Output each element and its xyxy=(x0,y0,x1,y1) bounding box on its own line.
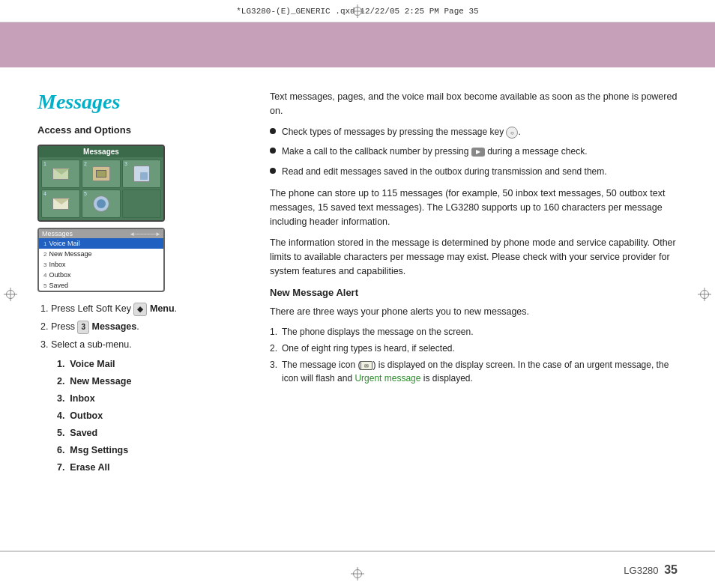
phone-top-header: Messages xyxy=(39,146,163,157)
sub-step-7: 7. Erase All xyxy=(57,460,247,475)
step-3: Select a sub-menu. 1. Voice Mail 2. New … xyxy=(51,337,247,475)
section-title: Messages xyxy=(37,90,247,114)
alert-items-list: 1. The phone displays the message on the… xyxy=(270,325,678,385)
phone-menu-header-label: Messages xyxy=(42,230,73,237)
envelope-inline-icon: ✉ xyxy=(360,361,372,370)
menu-item-newmessage: 2 New Message xyxy=(39,249,163,259)
access-options-title: Access and Options xyxy=(37,124,247,136)
step-1: Press Left Soft Key ◆ Menu. xyxy=(51,301,247,316)
print-header: *LG3280-(E)_GENERIC .qxd 12/22/05 2:25 P… xyxy=(0,0,715,22)
phone-grid-cell-1: 1 xyxy=(41,160,80,188)
alert-item-2: 2. One of eight ring types is heard, if … xyxy=(270,342,678,355)
phone-screen-bottom: Messages ◄──────► 1 Voice Mail 2 New Mes… xyxy=(37,228,165,292)
phone-grid-cell-4: 4 xyxy=(41,190,80,218)
sub-step-2: 2. New Message xyxy=(57,374,247,389)
icon-3 xyxy=(133,166,150,182)
bullet-list: Check types of messages by pressing the … xyxy=(270,125,678,179)
menu-item-inbox: 3 Inbox xyxy=(39,259,163,270)
left-column: Messages Access and Options Messages 1 2 xyxy=(37,90,247,536)
menu-item-outbox: 4 Outbox xyxy=(39,270,163,280)
phone-grid-cell-6 xyxy=(122,190,161,218)
message-key-icon: ○ xyxy=(506,127,518,139)
body-text-2: The information stored in the message is… xyxy=(270,236,678,279)
bullet-item-2: Make a call to the callback number by pr… xyxy=(270,145,678,159)
bullet-item-1: Check types of messages by pressing the … xyxy=(270,125,678,139)
phone-grid-cell-2: 2 xyxy=(82,160,121,188)
steps-list: Press Left Soft Key ◆ Menu. Press 3 Mess… xyxy=(37,301,247,475)
alert-intro: There are three ways your phone alerts y… xyxy=(270,305,678,319)
sub-step-1: 1. Voice Mail xyxy=(57,357,247,372)
footer-brand-page: LG3280 35 xyxy=(624,563,678,577)
key-3: 3 xyxy=(77,321,89,334)
main-content: Messages Access and Options Messages 1 2 xyxy=(0,75,715,551)
bullet-item-3: Read and edit messages saved in the outb… xyxy=(270,165,678,179)
menu-item-saved: 5 Saved xyxy=(39,280,163,291)
envelope-icon-4 xyxy=(52,198,69,210)
urgent-message-text: Urgent message xyxy=(355,373,420,384)
alert-item-1: 1. The phone displays the message on the… xyxy=(270,325,678,339)
phone-menu-header: Messages ◄──────► xyxy=(39,229,163,238)
menu-arrows: ◄──────► xyxy=(129,231,160,237)
phone-grid-cell-5: 5 xyxy=(82,190,121,218)
icon-5 xyxy=(93,196,109,212)
envelope-icon-1 xyxy=(52,168,69,180)
phone-grid-cell-3: 3 xyxy=(122,160,161,188)
footer-page-number: 35 xyxy=(664,563,678,576)
call-key-icon: ▶ xyxy=(471,148,485,157)
bullet-dot-2 xyxy=(270,148,276,154)
phone-screen-top: Messages 1 2 3 xyxy=(37,145,165,222)
sub-step-4: 4. Outbox xyxy=(57,408,247,423)
alert-item-3: 3. The message icon (✉) is displayed on … xyxy=(270,358,678,385)
sub-steps: 1. Voice Mail 2. New Message 3. Inbox 4.… xyxy=(51,357,247,475)
right-column: Text messages, pages, and the voice mail… xyxy=(270,90,678,536)
sub-step-6: 6. Msg Settings xyxy=(57,443,247,458)
sub-step-5: 5. Saved xyxy=(57,425,247,440)
bottom-reg-mark xyxy=(351,567,364,581)
bullet-dot-1 xyxy=(270,128,276,134)
menu-key: ◆ xyxy=(133,303,147,316)
icon-2 xyxy=(92,166,110,181)
menu-item-voicemail: 1 Voice Mail xyxy=(39,238,163,249)
footer-brand: LG3280 xyxy=(624,565,658,576)
alert-section-title: New Message Alert xyxy=(270,285,678,300)
intro-text: Text messages, pages, and the voice mail… xyxy=(270,90,678,119)
step-2: Press 3 Messages. xyxy=(51,319,247,334)
phone-grid: 1 2 3 4 xyxy=(39,157,163,220)
sub-step-3: 3. Inbox xyxy=(57,391,247,406)
body-text-1: The phone can store up to 115 messages (… xyxy=(270,187,678,230)
color-band xyxy=(0,22,715,67)
bullet-dot-3 xyxy=(270,168,276,174)
